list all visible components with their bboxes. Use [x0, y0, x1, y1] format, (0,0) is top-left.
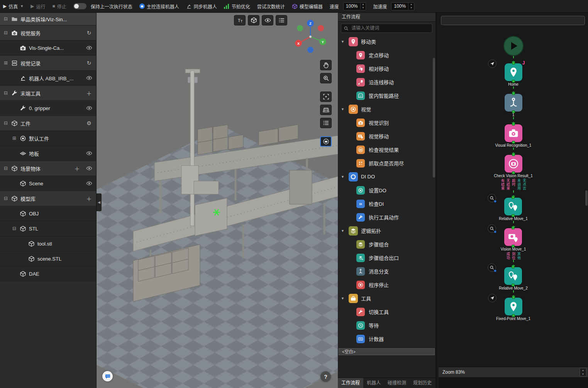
- camera-view-button[interactable]: [320, 136, 332, 147]
- eye-icon[interactable]: [86, 105, 92, 112]
- expand-icon[interactable]: ⊞: [3, 60, 8, 66]
- eye-icon[interactable]: [86, 75, 92, 81]
- sync-robot-button[interactable]: 同步机器人: [186, 3, 217, 10]
- speed-decrease-button[interactable]: ▼: [361, 6, 366, 10]
- workflow-flowchart[interactable]: JHome1Visual Recognition_1Check Vision R…: [439, 25, 588, 367]
- library-item-0-3[interactable]: 筐内智能路径: [338, 89, 435, 102]
- output-port[interactable]: [512, 214, 515, 217]
- library-category-2[interactable]: ▼DI DO: [338, 170, 435, 183]
- viewport-3d[interactable]: TT Z X Y ◀: [97, 13, 338, 388]
- library-scrollbar[interactable]: [433, 58, 435, 178]
- library-category-3[interactable]: ▼逻辑拓扑: [338, 224, 435, 237]
- sidebar-item-7[interactable]: ⊞默认工件: [0, 131, 96, 146]
- search-input[interactable]: [351, 25, 430, 31]
- attempt-stats-button[interactable]: 尝试次数统计: [257, 3, 285, 10]
- output-port[interactable]: [512, 284, 515, 286]
- display-mode-button[interactable]: [248, 15, 259, 25]
- input-port[interactable]: [512, 227, 515, 229]
- sidebar-item-4[interactable]: ⊟末端工具＋: [0, 86, 96, 101]
- chevron-down-icon[interactable]: ▼: [341, 297, 346, 300]
- simulate-button[interactable]: ▶ 仿真 ▼: [3, 3, 24, 10]
- sidebar-item-11[interactable]: ⊟模型库＋: [0, 191, 96, 206]
- speed-increase-button[interactable]: ▲: [361, 3, 366, 6]
- workflow-node-4[interactable]: [505, 155, 522, 173]
- plus-icon[interactable]: ＋: [86, 195, 92, 202]
- library-item-1-0[interactable]: 视觉识别: [338, 116, 435, 129]
- chevron-down-icon[interactable]: ▼: [341, 40, 346, 44]
- output-port[interactable]: [512, 245, 515, 247]
- workflow-node-7[interactable]: [504, 267, 522, 285]
- library-item-0-0[interactable]: 定点移动: [338, 48, 435, 62]
- stop-button[interactable]: ■ 停止: [52, 3, 66, 10]
- eye-icon[interactable]: [86, 150, 92, 157]
- sidebar-item-2[interactable]: ⊞视觉记录↻: [0, 56, 96, 71]
- plus-icon[interactable]: ＋: [86, 90, 92, 97]
- send-to-robot-badge[interactable]: [488, 294, 496, 302]
- sidebar-item-1[interactable]: Vis-Single-Ca...: [0, 41, 96, 56]
- workflow-node-2[interactable]: [505, 94, 522, 112]
- perspective-button[interactable]: [320, 105, 332, 115]
- chevron-down-icon[interactable]: ▼: [341, 175, 346, 179]
- sidebar-item-14[interactable]: tool.stl: [0, 236, 96, 251]
- output-port[interactable]: [512, 110, 515, 113]
- sidebar-item-16[interactable]: DAE: [0, 266, 96, 281]
- library-category-0[interactable]: ▼移动类: [338, 35, 435, 48]
- cycle-optimize-button[interactable]: 节拍优化: [224, 3, 250, 10]
- library-item-2-0[interactable]: 设置DO: [338, 183, 435, 197]
- sidebar-item-13[interactable]: ⊟STL: [0, 221, 96, 236]
- workflow-node-3[interactable]: [505, 124, 522, 142]
- model-editor-button[interactable]: 模型编辑器: [292, 3, 323, 10]
- output-port[interactable]: [512, 171, 515, 174]
- library-item-1-3[interactable]: 抓取点是否用尽: [338, 156, 435, 170]
- refresh-icon[interactable]: ↻: [86, 60, 92, 66]
- collapse-icon[interactable]: ⊟: [3, 90, 8, 96]
- display-list-button[interactable]: [320, 118, 332, 128]
- eye-icon[interactable]: [86, 180, 92, 187]
- visibility-button[interactable]: [262, 15, 273, 25]
- speed-input[interactable]: 100% ▲▼: [343, 2, 366, 10]
- output-port[interactable]: [512, 80, 515, 83]
- zoom-decrease-button[interactable]: ▼: [580, 372, 586, 376]
- sidebar-item-10[interactable]: Scene: [0, 176, 96, 191]
- inspect-badge[interactable]: [488, 263, 496, 272]
- collapse-icon[interactable]: ⊟: [12, 226, 17, 231]
- library-item-0-1[interactable]: 相对移动: [338, 62, 435, 75]
- workflow-node-8[interactable]: [505, 298, 522, 315]
- plus-icon[interactable]: ＋: [74, 165, 80, 172]
- collapse-icon[interactable]: ⊟: [3, 196, 8, 201]
- collapse-icon[interactable]: ⊟: [3, 166, 8, 171]
- sidebar-item-3[interactable]: 机器人 ABB_IRB_...: [0, 71, 96, 86]
- speed-value[interactable]: 100%: [344, 3, 360, 9]
- sidebar-item-12[interactable]: OBJ: [0, 206, 96, 221]
- sidebar-item-0[interactable]: ⊟视觉服务↻: [0, 25, 96, 41]
- refresh-icon[interactable]: ↻: [86, 30, 92, 36]
- input-port[interactable]: [512, 196, 515, 199]
- library-item-3-1[interactable]: 步骤组合出口: [338, 251, 435, 264]
- canvas-toolbar-field[interactable]: [441, 16, 585, 25]
- canvas-scrollbar[interactable]: [585, 190, 588, 206]
- input-port[interactable]: [512, 92, 515, 95]
- library-item-3-3[interactable]: 程序停止: [338, 278, 435, 291]
- collapse-icon[interactable]: ⊟: [3, 16, 8, 22]
- tab-1[interactable]: 机器人: [363, 378, 384, 388]
- eye-icon[interactable]: [86, 45, 92, 51]
- library-item-4-1[interactable]: 等待: [338, 319, 435, 332]
- tab-2[interactable]: 碰撞检测: [384, 378, 410, 388]
- library-item-0-2[interactable]: 沿连线移动: [338, 75, 435, 89]
- workflow-node-5[interactable]: [504, 198, 522, 215]
- library-item-2-1[interactable]: DI检查DI: [338, 197, 435, 210]
- sidebar-item-6[interactable]: ⊟工件⚙: [0, 116, 96, 131]
- output-port[interactable]: [512, 314, 515, 317]
- zoom-in-button[interactable]: [320, 73, 332, 83]
- input-port[interactable]: [512, 123, 515, 125]
- accel-decrease-button[interactable]: ▼: [408, 6, 414, 10]
- gear-icon[interactable]: ⚙: [86, 120, 92, 127]
- library-item-1-1[interactable]: 视觉移动: [338, 129, 435, 143]
- library-item-1-2[interactable]: 检查视觉结果: [338, 143, 435, 156]
- help-button[interactable]: ?: [320, 371, 331, 382]
- keep-state-toggle[interactable]: [73, 3, 86, 9]
- library-item-3-0[interactable]: 步骤组合: [338, 237, 435, 251]
- library-item-4-2[interactable]: 计数器: [338, 332, 435, 346]
- run-button[interactable]: ▶ 运行: [31, 3, 45, 10]
- send-to-robot-badge[interactable]: [488, 59, 496, 68]
